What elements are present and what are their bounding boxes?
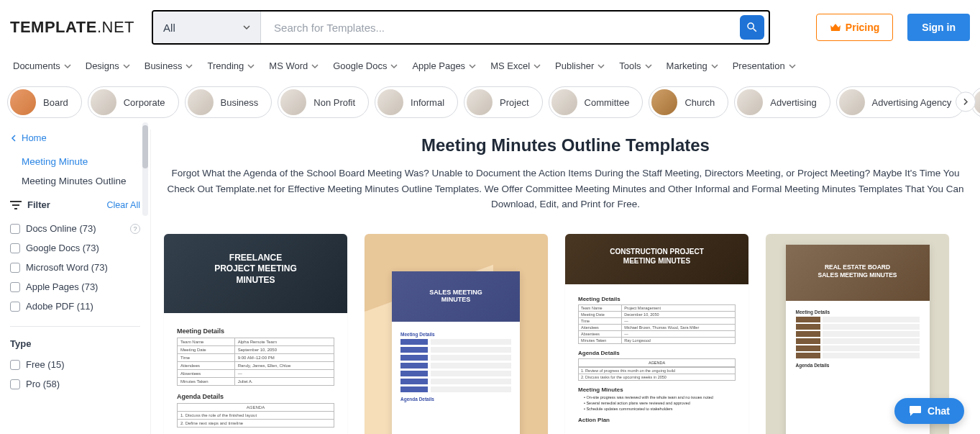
card-hero: CONSTRUCTION PROJECT MEETING MINUTES [565,234,748,284]
chevron-right-icon [962,98,969,105]
filter-google-docs[interactable]: Google Docs (73) [10,238,140,258]
chat-icon [909,405,922,417]
signin-button[interactable]: Sign in [907,14,970,41]
content-area: Meeting Minutes Outline Templates Forgot… [151,130,980,434]
breadcrumb-home[interactable]: Home [10,132,140,143]
clear-all-link[interactable]: Clear All [106,200,140,210]
pill-informal[interactable]: Informal [375,86,458,118]
sidebar: Home Meeting Minute Meeting Minutes Outl… [0,130,151,434]
chat-widget[interactable]: Chat [894,398,964,424]
nav-business[interactable]: Business [145,60,193,71]
category-select[interactable]: All [153,12,261,43]
pricing-button[interactable]: Pricing [816,14,893,41]
card-hero: REAL ESTATE BOARD SALES MEETING MINUTES [786,245,930,301]
chevron-down-icon [243,24,250,31]
logo[interactable]: TEMPLATE.NET [10,18,134,37]
pill-nonprofit[interactable]: Non Profit [278,86,369,118]
pill-adagency[interactable]: Advertising Agency [836,86,966,118]
pill-project[interactable]: Project [464,86,542,118]
filter-pro[interactable]: Pro (58) [10,374,140,394]
pill-advertising[interactable]: Advertising [734,86,830,118]
nav-msword[interactable]: MS Word [269,60,319,71]
template-card-freelance[interactable]: FREELANCE PROJECT MEETING MINUTES Meetin… [164,234,347,434]
sidebar-link-outline[interactable]: Meeting Minutes Outline [10,171,140,191]
chevron-down-icon [311,63,319,70]
filter-free[interactable]: Free (15) [10,355,140,374]
top-nav: Documents Designs Business Trending MS W… [0,55,980,82]
chevron-down-icon [597,63,605,70]
card-hero: SALES MEETING MINUTES [392,271,520,322]
pill-board[interactable]: Board [7,86,82,118]
nav-tools[interactable]: Tools [619,60,651,71]
search-icon [746,21,759,34]
chevron-down-icon [123,63,130,70]
nav-designs[interactable]: Designs [86,60,130,71]
nav-googledocs[interactable]: Google Docs [333,60,398,71]
nav-marketing[interactable]: Marketing [667,60,718,71]
info-icon: ? [130,224,140,234]
pills-scroll-right[interactable] [956,91,976,112]
chevron-down-icon [645,63,652,70]
chevron-down-icon [64,63,71,70]
filter-ms-word[interactable]: Microsoft Word (73) [10,258,140,277]
nav-msexcel[interactable]: MS Excel [490,60,541,71]
nav-presentation[interactable]: Presentation [733,60,796,71]
nav-trending[interactable]: Trending [207,60,255,71]
search-button[interactable] [740,15,764,40]
filter-header: Filter [10,199,50,210]
chevron-down-icon [390,63,398,70]
template-card-sales[interactable]: SALES MEETING MINUTES Meeting Details Ag… [365,234,548,434]
nav-applepages[interactable]: Apple Pages [412,60,476,71]
chevron-down-icon [789,63,796,70]
type-header: Type [10,334,140,355]
filter-docs-online[interactable]: Docs Online (73)? [10,219,140,238]
search-input[interactable] [261,12,736,43]
filter-adobe-pdf[interactable]: Adobe PDF (11) [10,297,140,316]
filter-apple-pages[interactable]: Apple Pages (73) [10,277,140,297]
pill-church[interactable]: Church [649,86,728,118]
search-bar: All [152,10,770,45]
chevron-down-icon [711,63,718,70]
nav-publisher[interactable]: Publisher [555,60,605,71]
chevron-down-icon [247,63,255,70]
sidebar-scrollbar[interactable] [142,122,148,216]
pill-business[interactable]: Business [185,86,273,118]
pill-committee[interactable]: Committee [549,86,644,118]
pill-corporate[interactable]: Corporate [88,86,179,118]
chevron-down-icon [469,63,476,70]
chevron-left-icon [10,135,17,142]
crown-icon [830,22,841,32]
sidebar-link-meeting-minute[interactable]: Meeting Minute [10,152,140,171]
chevron-down-icon [533,63,541,70]
nav-documents[interactable]: Documents [13,60,71,71]
chevron-down-icon [186,63,193,70]
template-card-construction[interactable]: CONSTRUCTION PROJECT MEETING MINUTES Mee… [565,234,748,434]
page-description: Forgot What the Agenda of the School Boa… [163,166,968,212]
filter-icon [10,201,22,209]
template-grid: FREELANCE PROJECT MEETING MINUTES Meetin… [158,234,973,434]
card-hero: FREELANCE PROJECT MEETING MINUTES [164,234,347,313]
page-title: Meeting Minutes Outline Templates [158,135,973,155]
